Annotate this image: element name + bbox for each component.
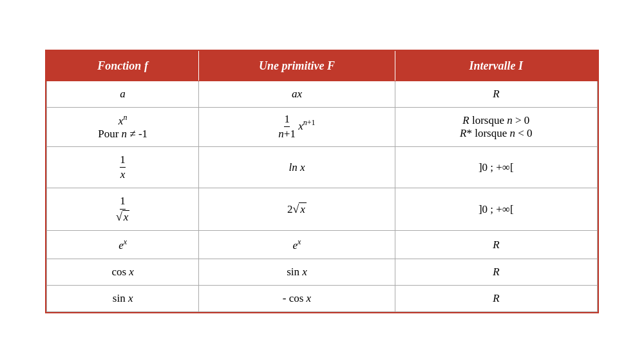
- table-row: 1 x ln x ]0 ; +∞[: [47, 146, 598, 188]
- cell-fonction-sin: sin x: [47, 286, 199, 312]
- cell-primitive-ax: ax: [199, 81, 395, 107]
- table-row: sin x - cos x R: [47, 286, 598, 312]
- cell-fonction-inv-x: 1 x: [47, 146, 199, 188]
- cell-primitive-2sqrt-x: 2 √ x: [199, 188, 395, 231]
- cell-fonction-exp: ex: [47, 231, 199, 259]
- cell-fonction-cos: cos x: [47, 259, 199, 286]
- cell-interval-r-lorsque: R lorsque n > 0 R* lorsque n < 0: [395, 107, 597, 146]
- primitives-table: Fonction f Une primitive F Intervalle I …: [46, 51, 598, 312]
- table-header-row: Fonction f Une primitive F Intervalle I: [47, 51, 598, 81]
- table-row: ex ex R: [47, 231, 598, 259]
- cell-interval-open2: ]0 ; +∞[: [395, 188, 597, 231]
- cell-interval-r1: R: [395, 81, 597, 107]
- cell-primitive-exp: ex: [199, 231, 395, 259]
- cell-interval-r-exp: R: [395, 231, 597, 259]
- cell-primitive-sin: sin x: [199, 259, 395, 286]
- main-table-container: Fonction f Une primitive F Intervalle I …: [45, 50, 599, 313]
- cell-interval-r-sin: R: [395, 286, 597, 312]
- table-row: a ax R: [47, 81, 598, 107]
- cell-primitive-neg-cos: - cos x: [199, 286, 395, 312]
- cell-primitive-ln-x: ln x: [199, 146, 395, 188]
- table-row: cos x sin x R: [47, 259, 598, 286]
- cell-interval-open1: ]0 ; +∞[: [395, 146, 597, 188]
- header-primitive: Une primitive F: [199, 51, 395, 81]
- table-row: 1 √ x 2 √ x: [47, 188, 598, 231]
- cell-fonction-a: a: [47, 81, 199, 107]
- header-fonction: Fonction f: [47, 51, 199, 81]
- cell-primitive-xn: 1 n+1 xn+1: [199, 107, 395, 146]
- cell-fonction-inv-sqrt-x: 1 √ x: [47, 188, 199, 231]
- cell-interval-r-cos: R: [395, 259, 597, 286]
- cell-fonction-xn: xn Pour n ≠ -1: [47, 107, 199, 146]
- header-intervalle: Intervalle I: [395, 51, 597, 81]
- table-row: xn Pour n ≠ -1 1 n+1 xn+1 R lorsque n > …: [47, 107, 598, 146]
